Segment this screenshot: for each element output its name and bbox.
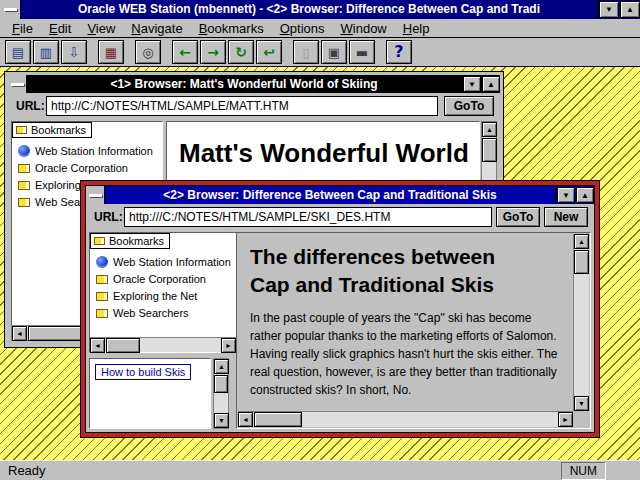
window2-minimize-button[interactable]: ▼ bbox=[557, 187, 575, 203]
bookmarks-tab-label: Bookmarks bbox=[31, 124, 86, 136]
print-button[interactable]: ▤ bbox=[5, 40, 31, 64]
window2-content-hscrollbar[interactable]: ◄ ► bbox=[238, 411, 573, 427]
bookmark-label: Web Station Information bbox=[113, 256, 231, 268]
globe-icon bbox=[18, 145, 30, 157]
page-heading-line1: The differences between bbox=[250, 243, 564, 271]
vscroll-thumb[interactable] bbox=[574, 250, 589, 274]
scroll-up-icon[interactable]: ▲ bbox=[214, 359, 229, 374]
hscroll-thumb[interactable] bbox=[254, 412, 302, 427]
window1-maximize-button[interactable]: ▲ bbox=[482, 76, 500, 92]
back-button[interactable]: ← bbox=[172, 40, 198, 64]
reload-button[interactable]: ↻ bbox=[228, 40, 254, 64]
book-icon bbox=[94, 237, 105, 245]
bookmark-label: Exploring the Net bbox=[113, 290, 197, 302]
menu-edit[interactable]: Edit bbox=[41, 21, 79, 36]
return-button[interactable]: ↩ bbox=[256, 40, 282, 64]
window2-new-button[interactable]: New bbox=[544, 207, 588, 227]
book-icon bbox=[18, 164, 30, 173]
window2-bookmarks-hscrollbar[interactable]: ◄ ► bbox=[90, 337, 236, 352]
globe-icon bbox=[96, 256, 108, 268]
return-icon: ↩ bbox=[263, 45, 275, 59]
book-icon bbox=[18, 181, 30, 190]
help-button[interactable]: ? bbox=[386, 40, 412, 64]
cut-button[interactable]: ▯ bbox=[293, 40, 319, 64]
scroll-down-icon[interactable]: ▼ bbox=[214, 413, 229, 428]
toolbar-group-clipboard: ▯ ▣ ▬ bbox=[293, 40, 375, 64]
toolbar-group-help: ? bbox=[386, 40, 412, 64]
window1-minimize-button[interactable]: ▼ bbox=[463, 76, 481, 92]
news-button[interactable]: ▦ bbox=[98, 40, 124, 64]
menu-help[interactable]: Help bbox=[395, 21, 438, 36]
scroll-up-icon[interactable]: ▲ bbox=[482, 122, 497, 137]
bookmark-item-web-searchers[interactable]: Web Searchers bbox=[91, 304, 235, 321]
page-paragraph: In the past couple of years the "Cap" sk… bbox=[250, 309, 564, 399]
window1-url-input[interactable] bbox=[46, 96, 438, 116]
window1-bookmarks-tab[interactable]: Bookmarks bbox=[12, 122, 92, 138]
scroll-left-icon[interactable]: ◄ bbox=[12, 326, 27, 341]
book-icon bbox=[96, 292, 108, 301]
menu-options[interactable]: Options bbox=[272, 21, 333, 36]
book-icon bbox=[18, 198, 30, 207]
find-button[interactable]: ◎ bbox=[135, 40, 161, 64]
copy-button[interactable]: ▣ bbox=[321, 40, 347, 64]
bookmarks-tab-label: Bookmarks bbox=[109, 235, 164, 247]
window1-title: <1> Browser: Matt's Wonderful World of S… bbox=[27, 75, 461, 93]
scroll-left-icon[interactable]: ◄ bbox=[90, 338, 105, 353]
bookmark-item-web-station-information[interactable]: Web Station Information bbox=[13, 142, 161, 159]
window1-titlebar[interactable]: <1> Browser: Matt's Wonderful World of S… bbox=[8, 75, 500, 93]
scroll-right-icon[interactable]: ► bbox=[221, 338, 236, 353]
app-maximize-button[interactable]: ▲ bbox=[620, 1, 640, 18]
window2-folder-vscrollbar[interactable]: ▲ ▼ bbox=[213, 358, 229, 429]
window2-maximize-button[interactable]: ▲ bbox=[576, 187, 594, 203]
scroll-down-icon[interactable]: ▼ bbox=[574, 396, 589, 411]
library-button[interactable]: ▥ bbox=[33, 40, 59, 64]
menu-window[interactable]: Window bbox=[333, 21, 395, 36]
app-control-menu-button[interactable] bbox=[0, 0, 21, 19]
folder-item-label: How to build Skis bbox=[101, 366, 185, 378]
window1-control-menu-button[interactable] bbox=[8, 75, 27, 93]
window2-goto-button[interactable]: GoTo bbox=[496, 207, 540, 227]
scroll-up-icon[interactable]: ▲ bbox=[574, 234, 589, 249]
folder-item-how-to-build-skis[interactable]: How to build Skis bbox=[95, 364, 191, 380]
window2-titlebar[interactable]: <2> Browser: Difference Between Cap and … bbox=[86, 186, 594, 204]
scroll-left-icon[interactable]: ◄ bbox=[238, 412, 253, 427]
status-message: Ready bbox=[8, 463, 46, 478]
library-icon: ▥ bbox=[40, 46, 52, 59]
vscroll-thumb[interactable] bbox=[482, 138, 497, 162]
scroll-right-icon[interactable]: ► bbox=[558, 412, 573, 427]
book-icon bbox=[16, 126, 27, 134]
bookmark-item-oracle-corporation[interactable]: Oracle Corporation bbox=[91, 270, 235, 287]
window2-control-menu-button[interactable] bbox=[86, 186, 105, 204]
bookmark-item-exploring-the-net[interactable]: Exploring the Net bbox=[91, 287, 235, 304]
forward-button[interactable]: → bbox=[200, 40, 226, 64]
save-page-button[interactable]: ⇩ bbox=[61, 40, 87, 64]
window1-goto-button[interactable]: GoTo bbox=[444, 96, 494, 116]
window2-bookmarks-tab[interactable]: Bookmarks bbox=[90, 233, 170, 249]
hscroll-thumb[interactable] bbox=[106, 338, 140, 353]
bookmark-item-web-station-information[interactable]: Web Station Information bbox=[91, 253, 235, 270]
paste-button[interactable]: ▬ bbox=[349, 40, 375, 64]
browser-window-2: <2> Browser: Difference Between Cap and … bbox=[80, 180, 600, 438]
desktop-workspace: <1> Browser: Matt's Wonderful World of S… bbox=[0, 67, 640, 460]
window2-page-text: The differences between Cap and Traditio… bbox=[250, 243, 564, 406]
menu-navigate[interactable]: Navigate bbox=[123, 21, 190, 36]
page-heading-line2: Cap and Traditional Skis bbox=[250, 271, 564, 299]
app-title: Oracle WEB Station (mbennett) - <2> Brow… bbox=[21, 0, 597, 19]
paste-icon: ▬ bbox=[356, 46, 368, 59]
menu-file[interactable]: File bbox=[4, 21, 41, 36]
bookmark-item-oracle-corporation[interactable]: Oracle Corporation bbox=[13, 159, 161, 176]
app-titlebar[interactable]: Oracle WEB Station (mbennett) - <2> Brow… bbox=[0, 0, 640, 19]
window2-url-input[interactable] bbox=[124, 207, 492, 227]
menu-view[interactable]: View bbox=[79, 21, 123, 36]
window1-url-row: URL: GoTo bbox=[8, 93, 500, 119]
window2-content-vscrollbar[interactable]: ▲ ▼ bbox=[573, 234, 589, 411]
window2-bookmark-list: Web Station Information Oracle Corporati… bbox=[91, 253, 235, 336]
book-icon bbox=[96, 309, 108, 318]
menu-bookmarks[interactable]: Bookmarks bbox=[191, 21, 272, 36]
vscroll-thumb[interactable] bbox=[214, 375, 228, 393]
app-minimize-button[interactable]: ▼ bbox=[599, 1, 619, 18]
toolbar-group-nav: ← → ↻ ↩ bbox=[172, 40, 282, 64]
news-icon: ▦ bbox=[105, 46, 117, 59]
statusbar: Ready NUM bbox=[0, 460, 640, 480]
bookmark-label: Web Searchers bbox=[113, 307, 189, 319]
